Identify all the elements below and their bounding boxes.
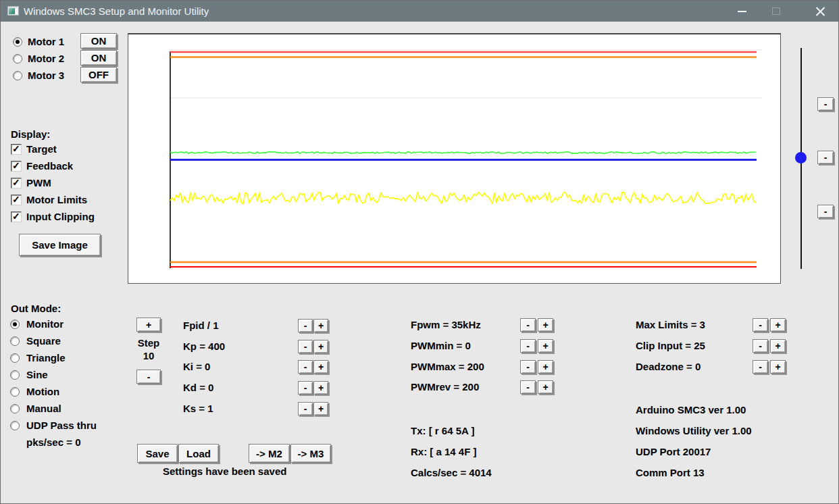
- ks-plus-button[interactable]: +: [313, 402, 328, 415]
- app-icon-body: [9, 8, 15, 14]
- settings-status-text: Settings have been saved: [163, 466, 286, 477]
- step-minus-button[interactable]: -: [136, 370, 161, 384]
- fpid-plus-button[interactable]: +: [313, 319, 328, 332]
- close-button[interactable]: [805, 1, 836, 22]
- kp-plus-button[interactable]: +: [313, 340, 328, 353]
- pwmmin-plus-button[interactable]: +: [538, 339, 553, 353]
- utility-version-label: Windows Utility ver 1.00: [636, 426, 752, 436]
- udp-port-label: UDP Port 20017: [636, 447, 711, 457]
- kd-plus-button[interactable]: +: [313, 381, 328, 395]
- motor-1-label: Motor 1: [28, 36, 64, 47]
- check-icon: ✓: [12, 194, 20, 205]
- checkbox-target-label: Target: [26, 144, 57, 155]
- out-mode-monitor-label: Monitor: [26, 319, 63, 330]
- motor-3-label: Motor 3: [28, 70, 64, 81]
- deadzone-minus-button[interactable]: -: [753, 360, 768, 374]
- fpwm-label: Fpwm = 35kHz: [411, 320, 481, 330]
- kp-label: Kp = 400: [183, 341, 225, 352]
- checkbox-target[interactable]: ✓: [11, 144, 22, 155]
- out-mode-monitor-radio[interactable]: [10, 320, 20, 329]
- tx-readout: Tx: [ r 64 5A ]: [411, 426, 474, 436]
- clip-input-label: Clip Input = 25: [636, 341, 705, 351]
- scale-minus-button-middle[interactable]: -: [817, 151, 834, 164]
- checkbox-feedback-label: Feedback: [26, 161, 73, 172]
- rx-readout: Rx: [ a 14 4F ]: [411, 447, 477, 457]
- fpwm-minus-button[interactable]: -: [520, 318, 536, 332]
- out-mode-udp-label: UDP Pass thru: [26, 420, 97, 431]
- arduino-version-label: Arduino SMC3 ver 1.00: [636, 405, 746, 415]
- check-icon: ✓: [12, 160, 20, 171]
- window-title: Windows SMC3 Setup and Monitor Utility: [24, 5, 209, 17]
- maximize-button[interactable]: [761, 1, 792, 22]
- save-image-button[interactable]: Save Image: [19, 234, 101, 256]
- max-limits-label: Max Limits = 3: [636, 320, 705, 330]
- app-icon: [7, 6, 19, 16]
- out-mode-motion-radio[interactable]: [10, 387, 20, 397]
- scope-chart-panel: [128, 33, 781, 284]
- scope-plot: [128, 34, 779, 282]
- ki-label: Ki = 0: [183, 361, 210, 372]
- load-button[interactable]: Load: [178, 444, 219, 463]
- motor-2-power-button[interactable]: ON: [80, 50, 117, 66]
- minimize-button[interactable]: [726, 1, 757, 22]
- out-mode-header: Out Mode:: [11, 303, 61, 314]
- display-header: Display:: [11, 129, 50, 140]
- out-mode-sine-radio[interactable]: [10, 370, 20, 380]
- max-limits-minus-button[interactable]: -: [753, 318, 768, 332]
- fpid-minus-button[interactable]: -: [298, 319, 313, 332]
- scale-minus-button-bottom[interactable]: -: [817, 205, 834, 218]
- pwmrev-plus-button[interactable]: +: [538, 380, 553, 394]
- out-mode-square-label: Square: [26, 336, 61, 347]
- fpwm-plus-button[interactable]: +: [538, 318, 553, 332]
- pwmmax-label: PWMmax = 200: [411, 361, 484, 372]
- out-mode-udp-radio[interactable]: [10, 421, 20, 430]
- pwmmin-label: PWMmin = 0: [411, 341, 471, 351]
- save-button[interactable]: Save: [137, 444, 178, 463]
- pwmrev-label: PWMrev = 200: [411, 382, 479, 393]
- pks-per-sec-label: pks/sec = 0: [26, 437, 80, 448]
- pwmmin-minus-button[interactable]: -: [520, 339, 536, 353]
- checkbox-input-clipping-label: Input Clipping: [26, 211, 95, 222]
- checkbox-input-clipping[interactable]: ✓: [11, 211, 22, 222]
- max-limits-plus-button[interactable]: +: [770, 318, 786, 332]
- pwmmax-minus-button[interactable]: -: [520, 360, 536, 374]
- ki-minus-button[interactable]: -: [298, 360, 313, 374]
- scale-minus-button-top[interactable]: -: [817, 97, 834, 111]
- motor-2-radio[interactable]: [13, 54, 22, 64]
- step-value: 10: [133, 351, 164, 361]
- scale-slider-thumb[interactable]: [795, 152, 807, 163]
- app-window: Windows SMC3 Setup and Monitor Utility M…: [0, 0, 839, 504]
- checkbox-motor-limits[interactable]: ✓: [11, 195, 22, 205]
- maximize-icon: [772, 7, 780, 15]
- motor-2-label: Motor 2: [28, 53, 64, 64]
- checkbox-pwm[interactable]: ✓: [11, 178, 22, 188]
- motor-3-radio[interactable]: [13, 71, 22, 80]
- clip-input-minus-button[interactable]: -: [753, 339, 768, 353]
- ks-minus-button[interactable]: -: [298, 402, 313, 415]
- deadzone-plus-button[interactable]: +: [770, 360, 786, 374]
- pwmrev-minus-button[interactable]: -: [520, 380, 536, 394]
- kd-label: Kd = 0: [183, 382, 213, 393]
- motor-3-power-button[interactable]: OFF: [80, 67, 117, 82]
- copy-to-m3-button[interactable]: -> M3: [290, 444, 331, 463]
- pwmmax-plus-button[interactable]: +: [538, 360, 553, 374]
- kd-minus-button[interactable]: -: [298, 381, 313, 395]
- checkbox-feedback[interactable]: ✓: [11, 161, 22, 172]
- out-mode-square-radio[interactable]: [10, 336, 20, 346]
- checkbox-motor-limits-label: Motor Limits: [26, 195, 87, 205]
- checkbox-pwm-label: PWM: [26, 178, 51, 188]
- clip-input-plus-button[interactable]: +: [770, 339, 786, 353]
- motor-1-power-button[interactable]: ON: [80, 33, 117, 49]
- out-mode-manual-radio[interactable]: [10, 404, 20, 413]
- motor-1-radio[interactable]: [13, 37, 22, 47]
- out-mode-triangle-radio[interactable]: [10, 353, 20, 363]
- out-mode-sine-label: Sine: [26, 370, 48, 380]
- step-plus-button[interactable]: +: [136, 318, 161, 332]
- out-mode-triangle-label: Triangle: [26, 353, 66, 363]
- check-icon: ✓: [12, 211, 20, 222]
- kp-minus-button[interactable]: -: [298, 340, 313, 353]
- ki-plus-button[interactable]: +: [313, 360, 328, 374]
- fpid-label: Fpid / 1: [183, 320, 219, 331]
- copy-to-m2-button[interactable]: -> M2: [249, 444, 290, 463]
- step-label: Step: [133, 338, 164, 349]
